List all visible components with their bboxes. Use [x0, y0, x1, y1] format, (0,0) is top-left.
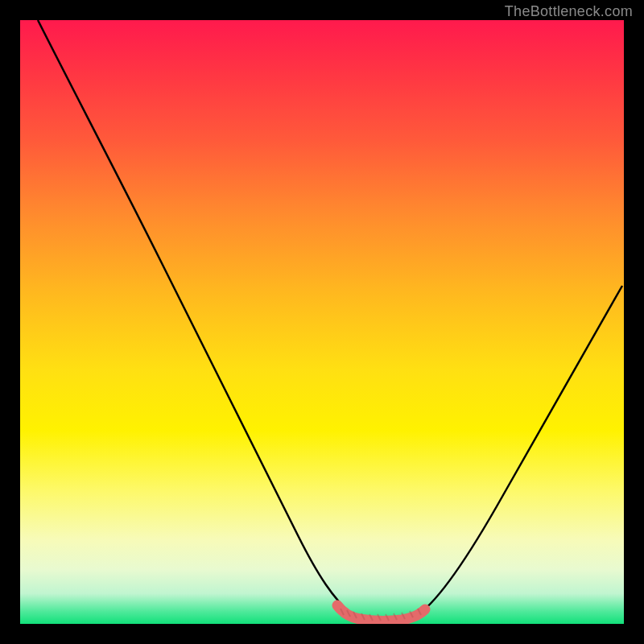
chart-root: TheBottleneck.com: [0, 0, 644, 644]
main-curve: [38, 20, 622, 621]
highlight-segment: [337, 605, 425, 621]
curve-svg: [20, 20, 624, 624]
plot-area: [20, 20, 624, 624]
watermark-text: TheBottleneck.com: [505, 3, 633, 20]
